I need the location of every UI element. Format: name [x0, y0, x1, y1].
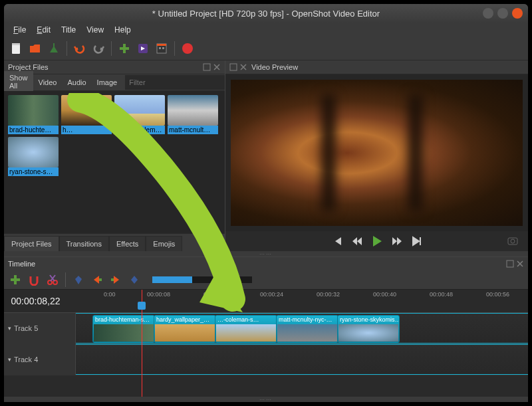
- close-panel-icon[interactable]: [213, 63, 221, 71]
- menu-help[interactable]: Help: [110, 24, 135, 36]
- filter-image[interactable]: Image: [92, 76, 123, 89]
- undock-icon[interactable]: [506, 260, 514, 268]
- filter-input[interactable]: [125, 75, 225, 90]
- file-thumb[interactable]: ryan-stone-s…: [8, 137, 59, 176]
- zoom-slider[interactable]: [152, 276, 252, 283]
- jump-start-icon[interactable]: [331, 235, 344, 248]
- ruler-ticks[interactable]: 0:00 00:00:08 00:00:16 00:00:24 00:00:32…: [67, 290, 528, 312]
- timeline-ruler[interactable]: 00:00:08,22 0:00 00:00:08 00:00:16 00:00…: [4, 290, 528, 313]
- svg-rect-11: [203, 64, 210, 70]
- svg-rect-1: [12, 43, 20, 45]
- rewind-icon[interactable]: [350, 235, 364, 248]
- fullscreen-icon[interactable]: [154, 41, 169, 56]
- project-files-header: Project Files: [4, 60, 225, 74]
- preview-panel: Video Preview: [225, 60, 528, 251]
- jump-end-icon[interactable]: [410, 235, 424, 248]
- fast-forward-icon[interactable]: [390, 235, 404, 248]
- undock-icon[interactable]: [229, 63, 237, 71]
- svg-rect-15: [507, 260, 513, 267]
- project-files-panel: Project Files Show All Video Audio Image…: [4, 60, 225, 251]
- close-button[interactable]: [512, 8, 523, 19]
- track-label[interactable]: Track 4: [4, 344, 76, 375]
- prev-marker-icon[interactable]: [90, 272, 104, 287]
- tab-transitions[interactable]: Transitions: [59, 236, 109, 251]
- project-files-grid[interactable]: brad-huchte… h… joshua-colem… matt-mcnul…: [4, 91, 225, 233]
- file-thumb[interactable]: joshua-colem…: [114, 95, 165, 134]
- timeline-clip[interactable]: ryan-stone-skykomis…: [337, 315, 400, 343]
- splitter[interactable]: ⋯⋯: [4, 251, 528, 256]
- timeline-panel: Timeline 00:00:08,22 0:00 00:00:08: [4, 256, 528, 402]
- timeline-clip[interactable]: matt-mcnulty-nyc-…: [276, 315, 338, 343]
- timeline-clip[interactable]: …-coleman-s…: [215, 315, 277, 343]
- next-marker-icon[interactable]: [108, 272, 123, 287]
- svg-rect-21: [111, 278, 114, 281]
- timeline-track: Track 4: [4, 344, 528, 375]
- timeline-toolbar: [4, 270, 528, 290]
- play-icon[interactable]: [370, 235, 384, 248]
- tab-emojis[interactable]: Emojis: [146, 236, 182, 251]
- snapshot-icon[interactable]: [507, 235, 520, 248]
- timeline-clip[interactable]: brad-huchteman-s…: [92, 315, 155, 343]
- save-project-icon[interactable]: [47, 41, 61, 56]
- marker-icon[interactable]: [71, 272, 86, 287]
- menubar: File Edit Title View Help: [4, 23, 528, 37]
- profile-icon[interactable]: [136, 41, 150, 56]
- svg-rect-17: [11, 278, 20, 281]
- playhead[interactable]: [142, 290, 142, 397]
- track-content[interactable]: brad-huchteman-s… hardy_wallpaper_… …-co…: [76, 313, 528, 344]
- menu-file[interactable]: File: [9, 24, 30, 36]
- menu-edit[interactable]: Edit: [33, 24, 55, 36]
- titlebar[interactable]: * Untitled Project [HD 720p 30 fps] - Op…: [4, 4, 528, 23]
- preview-frame: [231, 80, 523, 226]
- new-project-icon[interactable]: [9, 41, 24, 56]
- file-thumb[interactable]: h…: [61, 95, 112, 134]
- import-files-icon[interactable]: [117, 41, 132, 56]
- filter-show-all[interactable]: Show All: [4, 71, 33, 94]
- filter-bar: Show All Video Audio Image: [4, 74, 225, 91]
- maximize-button[interactable]: [497, 8, 508, 19]
- window-title: * Untitled Project [HD 720p 30 fps] - Op…: [152, 9, 380, 19]
- playback-controls: [225, 231, 528, 251]
- close-panel-icon[interactable]: [516, 260, 524, 268]
- add-track-icon[interactable]: [8, 272, 23, 287]
- timeline-clip[interactable]: hardy_wallpaper_…: [154, 315, 216, 343]
- open-project-icon[interactable]: [28, 41, 43, 56]
- timeline-grip[interactable]: ⋯⋯: [4, 397, 528, 402]
- svg-point-14: [511, 239, 515, 243]
- preview-title: Video Preview: [251, 63, 298, 71]
- timeline-title: Timeline: [8, 260, 35, 268]
- project-files-title: Project Files: [8, 63, 49, 71]
- center-playhead-icon[interactable]: [127, 272, 142, 287]
- export-icon[interactable]: [180, 41, 195, 56]
- filter-audio[interactable]: Audio: [62, 76, 91, 89]
- track-label[interactable]: Track 5: [4, 313, 76, 344]
- tab-effects[interactable]: Effects: [109, 236, 146, 251]
- track-content[interactable]: [76, 344, 528, 375]
- panel-tabs: Project Files Transitions Effects Emojis: [4, 233, 225, 251]
- main-area: Project Files Show All Video Audio Image…: [4, 60, 528, 251]
- preview-header: Video Preview: [225, 60, 528, 74]
- file-thumb[interactable]: brad-huchte…: [8, 95, 59, 134]
- main-window: * Untitled Project [HD 720p 30 fps] - Op…: [4, 4, 528, 402]
- menu-view[interactable]: View: [82, 24, 108, 36]
- svg-rect-20: [99, 278, 102, 281]
- redo-icon[interactable]: [91, 41, 106, 56]
- filter-video[interactable]: Video: [33, 76, 63, 89]
- svg-point-10: [182, 43, 193, 54]
- snap-icon[interactable]: [27, 272, 41, 287]
- razor-icon[interactable]: [45, 272, 60, 287]
- undo-icon[interactable]: [72, 41, 87, 56]
- svg-rect-9: [162, 47, 164, 49]
- undock-icon[interactable]: [203, 63, 211, 71]
- minimize-button[interactable]: [483, 8, 493, 19]
- tab-project-files[interactable]: Project Files: [4, 236, 59, 251]
- menu-title[interactable]: Title: [57, 24, 80, 36]
- file-thumb[interactable]: matt-mcnult…: [168, 95, 218, 134]
- timecode-display: 00:00:08,22: [4, 290, 67, 312]
- preview-area[interactable]: [225, 74, 528, 231]
- svg-rect-2: [53, 43, 55, 49]
- timeline-body: 00:00:08,22 0:00 00:00:08 00:00:16 00:00…: [4, 290, 528, 397]
- svg-rect-7: [157, 44, 166, 46]
- close-panel-icon[interactable]: [239, 63, 247, 71]
- timeline-track: Track 5 brad-huchteman-s… hardy_wallpape…: [4, 313, 528, 344]
